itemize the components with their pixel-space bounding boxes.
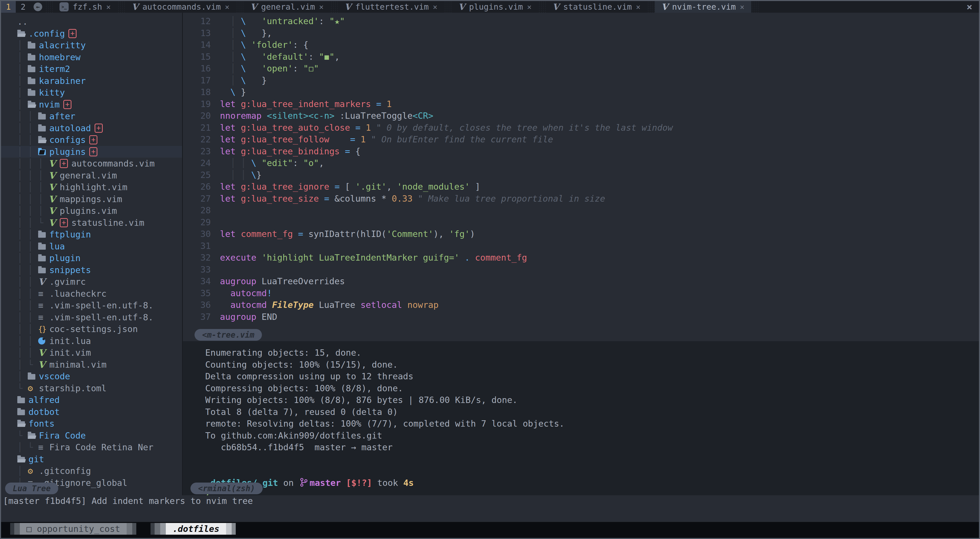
tree-row[interactable]: └ ⚙starship.toml bbox=[1, 382, 182, 394]
tab-close-icon[interactable]: × bbox=[433, 3, 438, 11]
tree-row[interactable]: │ │ └ V+statusline.vim bbox=[1, 217, 182, 229]
tree-row[interactable]: │ │ ftplugin bbox=[1, 229, 182, 240]
text-file-icon: ≡ bbox=[38, 289, 43, 299]
tree-row[interactable]: dotbot bbox=[1, 406, 182, 418]
tree-row[interactable]: │ │ │ Vplugins.vim bbox=[1, 205, 182, 217]
tree-row[interactable]: │ │ autoload+ bbox=[1, 122, 182, 134]
tree-row[interactable]: │ │ │ Vhighlight.vim bbox=[1, 181, 182, 193]
line-number: 33 bbox=[183, 264, 211, 276]
tree-row[interactable]: │ │ │ Vgeneral.vim bbox=[1, 170, 182, 181]
line-number: 36 bbox=[183, 299, 211, 311]
terminal-output: Enumerating objects: 15, done.Counting o… bbox=[183, 341, 979, 501]
tmux-gradient-segment bbox=[160, 523, 166, 535]
line-number: 23 bbox=[183, 145, 211, 157]
tree-row[interactable]: │ │ ≡.vim-spell-en.utf-8. bbox=[1, 312, 182, 323]
tab-close-icon[interactable]: × bbox=[106, 3, 111, 11]
tree-row[interactable]: │ │ init.lua bbox=[1, 335, 182, 347]
tree-row[interactable]: │ │ configs+ bbox=[1, 134, 182, 146]
tree-row[interactable]: │ │ plugins+ bbox=[1, 146, 182, 158]
line-number: 31 bbox=[183, 240, 211, 252]
tree-row[interactable]: .config+ bbox=[1, 28, 182, 40]
line-number: 20 bbox=[183, 110, 211, 122]
tree-row[interactable]: │ nvim+ bbox=[1, 99, 182, 111]
line-number: 16 bbox=[183, 62, 211, 75]
tree-row[interactable]: │ homebrew bbox=[1, 51, 182, 63]
tree-row[interactable]: │ │ {}coc-settings.json bbox=[1, 323, 182, 335]
tmux-window-.dotfiles[interactable]: .dotfiles bbox=[166, 523, 226, 535]
tree-row[interactable]: │ │ V.gvimrc bbox=[1, 276, 182, 288]
tree-row[interactable]: │ │ after bbox=[1, 110, 182, 122]
tree-row[interactable]: │ │ ≡.vim-spell-en.utf-8. bbox=[1, 299, 182, 312]
tab-close-icon[interactable]: × bbox=[636, 3, 641, 11]
terminal-line: Compressing objects: 100% (8/8), done. bbox=[205, 382, 979, 394]
terminal-pane[interactable]: Enumerating objects: 15, done.Counting o… bbox=[183, 341, 979, 495]
tree-row[interactable]: │ │ snippets bbox=[1, 264, 182, 276]
tree-item-label: karabiner bbox=[39, 76, 86, 86]
tree-row[interactable]: │ │ │ V+autocommands.vim bbox=[1, 157, 182, 170]
tmux-window-list: □ opportunity_cost.dotfiles bbox=[1, 523, 979, 535]
tree-row[interactable]: │ iterm2 bbox=[1, 63, 182, 75]
code-text: │ \ 'untracked': "★" bbox=[220, 15, 345, 27]
tab-close-icon[interactable]: × bbox=[527, 3, 531, 11]
git-untracked-badge: + bbox=[60, 218, 68, 227]
code-line: 12 │ \ 'untracked': "★" bbox=[183, 15, 979, 27]
tree-indent-guide: │ │ bbox=[17, 312, 38, 323]
editor-tab[interactable]: Vstatusline.vim× bbox=[546, 1, 647, 13]
back-icon: ← bbox=[33, 3, 42, 11]
tree-row[interactable]: │ karabiner bbox=[1, 75, 182, 87]
tree-item-label: statusline.vim bbox=[72, 218, 145, 228]
back-button[interactable]: ← bbox=[30, 1, 45, 13]
tree-row[interactable]: └ Fira Code bbox=[1, 430, 182, 442]
editor-tab[interactable]: Vnvim-tree.vim× bbox=[655, 1, 751, 13]
tree-row[interactable]: │ │ plugin bbox=[1, 252, 182, 264]
tab-label: fluttertest.vim bbox=[355, 2, 429, 12]
code-text: autocmd! bbox=[220, 287, 272, 299]
terminal-line: remote: Resolving deltas: 100% (7/7), co… bbox=[205, 418, 979, 430]
tabline-close-button[interactable]: × bbox=[960, 1, 979, 13]
tree-row[interactable]: │ │ │ Vmappings.vim bbox=[1, 193, 182, 205]
code-text: let g:lua_tree_follow = 1 " On bufEnter … bbox=[220, 134, 553, 145]
tree-row[interactable]: │ │ Vinit.vim bbox=[1, 347, 182, 359]
tree-row[interactable]: │ ⚙.gitconfig bbox=[1, 465, 182, 477]
folder-icon bbox=[38, 267, 49, 273]
tree-row[interactable]: fonts bbox=[1, 418, 182, 430]
tmux-window-opportunity_cost[interactable]: □ opportunity_cost bbox=[20, 523, 127, 535]
vim-icon: V bbox=[458, 2, 465, 12]
line-number: 26 bbox=[183, 181, 211, 193]
code-line: 17 │ \ } bbox=[183, 75, 979, 86]
tab-close-icon[interactable]: × bbox=[225, 3, 229, 11]
tree-row[interactable]: │ vscode bbox=[1, 370, 182, 382]
tree-indent-guide: │ │ └ bbox=[17, 218, 49, 228]
editor-tab[interactable]: >_fzf.sh× bbox=[53, 1, 118, 13]
editor-tab[interactable]: Vautocommands.vim× bbox=[125, 1, 236, 13]
editor-tab[interactable]: Vfluttertest.vim× bbox=[338, 1, 444, 13]
tab-close-icon[interactable]: × bbox=[740, 3, 745, 11]
tree-item-label: kitty bbox=[39, 87, 65, 98]
editor-pane[interactable]: 12 │ \ 'untracked': "★"13 │ \ },14 │ \ '… bbox=[183, 13, 979, 341]
tab-close-icon[interactable]: × bbox=[319, 3, 324, 11]
tabpage-1[interactable]: 1 bbox=[1, 1, 16, 13]
tree-item-label: lua bbox=[49, 241, 65, 251]
tree-row[interactable]: git bbox=[1, 453, 182, 465]
vim-icon: V bbox=[132, 2, 138, 12]
git-untracked-badge: + bbox=[63, 100, 72, 109]
tree-row[interactable]: │ │ lua bbox=[1, 240, 182, 253]
tree-row[interactable]: │ └ Vminimal.vim bbox=[1, 359, 182, 371]
terminal-line: Writing objects: 100% (8/8), 876 bytes |… bbox=[205, 394, 979, 406]
tree-row[interactable]: .. bbox=[1, 16, 182, 28]
code-line: 14 │ \ 'folder': { bbox=[183, 39, 979, 51]
editor-tab[interactable]: Vgeneral.vim× bbox=[243, 1, 330, 13]
tree-row[interactable]: │ kitty bbox=[1, 87, 182, 99]
tree-row[interactable]: │ │ ≡.luacheckrc bbox=[1, 288, 182, 300]
tab-label: plugins.vim bbox=[469, 2, 523, 12]
folder-open-icon bbox=[17, 457, 25, 463]
tree-row[interactable]: │ alacritty bbox=[1, 40, 182, 51]
line-number: 30 bbox=[183, 228, 211, 240]
tree-item-label: init.lua bbox=[49, 336, 91, 346]
editor-tab[interactable]: Vplugins.vim× bbox=[452, 1, 538, 13]
vim-icon: V bbox=[49, 159, 60, 168]
tree-row[interactable]: │ └ ≡Fira Code Retina Ner bbox=[1, 441, 182, 453]
tree-row[interactable]: alfred bbox=[1, 394, 182, 406]
tabpage-2[interactable]: 2 bbox=[16, 1, 30, 13]
code-line: 29 bbox=[183, 216, 979, 228]
